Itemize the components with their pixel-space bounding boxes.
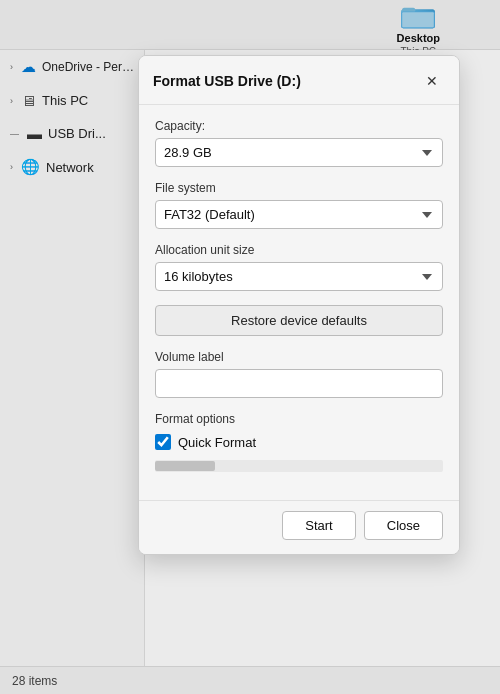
format-dialog: Format USB Drive (D:) ✕ Capacity: 28.9 G… (138, 55, 460, 555)
volume-label-input[interactable] (155, 369, 443, 398)
file-system-group: File system FAT32 (Default) NTFS exFAT (155, 181, 443, 229)
capacity-group: Capacity: 28.9 GB (155, 119, 443, 167)
modal-overlay: Format USB Drive (D:) ✕ Capacity: 28.9 G… (0, 0, 500, 694)
modal-title: Format USB Drive (D:) (153, 73, 301, 89)
quick-format-row: Quick Format (155, 434, 443, 450)
quick-format-label: Quick Format (178, 435, 256, 450)
scrollbar-area[interactable] (155, 460, 443, 472)
restore-defaults-button[interactable]: Restore device defaults (155, 305, 443, 336)
allocation-group: Allocation unit size 512 bytes 1 kilobyt… (155, 243, 443, 291)
modal-close-button[interactable]: ✕ (419, 68, 445, 94)
allocation-select[interactable]: 512 bytes 1 kilobyte 2 kilobytes 4 kilob… (155, 262, 443, 291)
modal-footer: Start Close (139, 500, 459, 554)
format-options-label: Format options (155, 412, 443, 426)
close-button[interactable]: Close (364, 511, 443, 540)
format-options-section: Format options Quick Format (155, 412, 443, 450)
file-system-label: File system (155, 181, 443, 195)
modal-titlebar: Format USB Drive (D:) ✕ (139, 56, 459, 105)
scrollbar-thumb[interactable] (155, 461, 215, 471)
quick-format-checkbox[interactable] (155, 434, 171, 450)
volume-label-text: Volume label (155, 350, 443, 364)
allocation-label: Allocation unit size (155, 243, 443, 257)
modal-body: Capacity: 28.9 GB File system FAT32 (Def… (139, 105, 459, 500)
volume-label-group: Volume label (155, 350, 443, 398)
capacity-label: Capacity: (155, 119, 443, 133)
file-system-select[interactable]: FAT32 (Default) NTFS exFAT (155, 200, 443, 229)
capacity-select[interactable]: 28.9 GB (155, 138, 443, 167)
start-button[interactable]: Start (282, 511, 355, 540)
